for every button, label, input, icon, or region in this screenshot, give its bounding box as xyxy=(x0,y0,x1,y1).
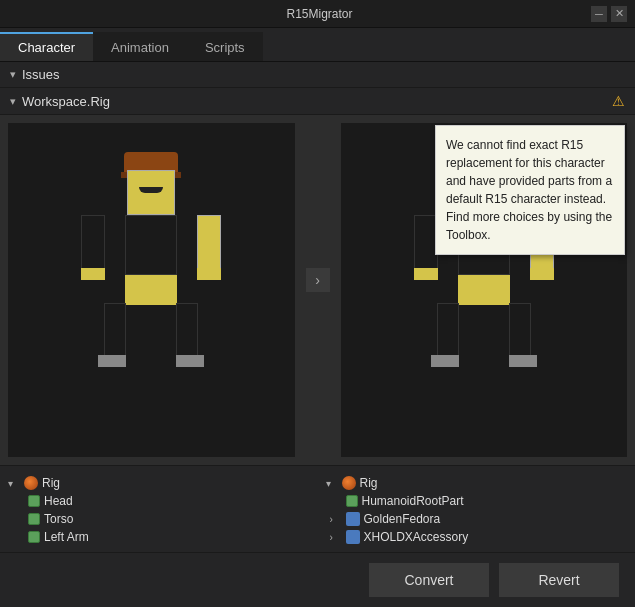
tree-xholdx-row[interactable]: › XHOLDXAccessory xyxy=(326,528,628,546)
xholdx-icon xyxy=(346,530,360,544)
left-foot xyxy=(98,355,126,367)
tree-humanoidroot-row: HumanoidRootPart xyxy=(326,492,628,510)
main-content: We cannot find exact R15 replacement for… xyxy=(0,115,635,465)
rig-icon-left xyxy=(24,476,38,490)
tab-character[interactable]: Character xyxy=(0,32,93,61)
left-hand-r15 xyxy=(414,268,438,280)
revert-button[interactable]: Revert xyxy=(499,563,619,597)
face xyxy=(139,187,163,193)
right-root-expand[interactable]: ▾ xyxy=(326,478,338,489)
arrow-button[interactable]: › xyxy=(306,268,330,292)
arrow-container: › xyxy=(303,95,333,465)
close-button[interactable]: ✕ xyxy=(611,6,627,22)
right-rig-label: Rig xyxy=(360,476,378,490)
right-arm xyxy=(197,215,221,270)
left-rig-label: Rig xyxy=(42,476,60,490)
torso-icon xyxy=(28,513,40,525)
tree-goldenfedora-row[interactable]: › GoldenFedora xyxy=(326,510,628,528)
lower-torso-r15 xyxy=(458,275,510,305)
right-leg-r15 xyxy=(509,303,531,358)
left-hand xyxy=(81,268,105,280)
window-controls: ─ ✕ xyxy=(591,6,627,22)
left-arm xyxy=(81,215,105,270)
title-bar: R15Migrator ─ ✕ xyxy=(0,0,635,28)
head-label: Head xyxy=(44,494,73,508)
goldenfedora-expand[interactable]: › xyxy=(330,514,342,525)
issues-bar[interactable]: ▾ Issues xyxy=(0,62,635,88)
left-leg-r15 xyxy=(437,303,459,358)
left-rig-root[interactable]: ▾ Rig xyxy=(8,474,310,492)
right-tree-panel: ▾ Rig HumanoidRootPart › GoldenFedora › … xyxy=(318,470,636,551)
right-rig-root[interactable]: ▾ Rig xyxy=(326,474,628,492)
tree-torso-row: Torso xyxy=(8,510,310,528)
right-hand xyxy=(197,268,221,280)
workspace-label: Workspace.Rig xyxy=(22,94,110,109)
minimize-button[interactable]: ─ xyxy=(591,6,607,22)
right-leg xyxy=(176,303,198,358)
issues-label: Issues xyxy=(22,67,60,82)
humanoidroot-label: HumanoidRootPart xyxy=(362,494,464,508)
issues-chevron: ▾ xyxy=(10,68,16,81)
torso-label: Torso xyxy=(44,512,73,526)
right-foot xyxy=(176,355,204,367)
lower-torso xyxy=(125,275,177,305)
left-tree-panel: ▾ Rig Head Torso Left Arm xyxy=(0,470,318,551)
humanoidroot-icon xyxy=(346,495,358,507)
left-character-panel xyxy=(8,123,295,457)
window-title: R15Migrator xyxy=(48,7,591,21)
tab-bar: Character Animation Scripts xyxy=(0,28,635,62)
xholdx-label: XHOLDXAccessory xyxy=(364,530,469,544)
rig-icon-right xyxy=(342,476,356,490)
warning-tooltip: We cannot find exact R15 replacement for… xyxy=(435,125,625,255)
xholdx-expand[interactable]: › xyxy=(330,532,342,543)
tree-section: ▾ Rig Head Torso Left Arm ▾ Rig xyxy=(0,465,635,555)
tab-animation[interactable]: Animation xyxy=(93,32,187,61)
goldenfedora-label: GoldenFedora xyxy=(364,512,441,526)
head-icon xyxy=(28,495,40,507)
right-hand-r15 xyxy=(530,268,554,280)
bottom-bar: Convert Revert xyxy=(0,552,635,607)
tree-head-row: Head xyxy=(8,492,310,510)
left-root-expand[interactable]: ▾ xyxy=(8,478,20,489)
left-foot-r15 xyxy=(431,355,459,367)
left-leg xyxy=(104,303,126,358)
warning-icon: ⚠ xyxy=(612,93,625,109)
torso xyxy=(125,215,177,275)
leftarm-icon xyxy=(28,531,40,543)
head xyxy=(127,170,175,215)
convert-button[interactable]: Convert xyxy=(369,563,489,597)
tab-scripts[interactable]: Scripts xyxy=(187,32,263,61)
right-foot-r15 xyxy=(509,355,537,367)
warning-text: We cannot find exact R15 replacement for… xyxy=(446,138,612,242)
leftarm-label: Left Arm xyxy=(44,530,89,544)
left-figure-container xyxy=(8,123,295,457)
goldenfedora-icon xyxy=(346,512,360,526)
workspace-chevron: ▾ xyxy=(10,95,16,108)
tree-leftarm-row: Left Arm xyxy=(8,528,310,546)
r6-figure xyxy=(81,170,221,410)
